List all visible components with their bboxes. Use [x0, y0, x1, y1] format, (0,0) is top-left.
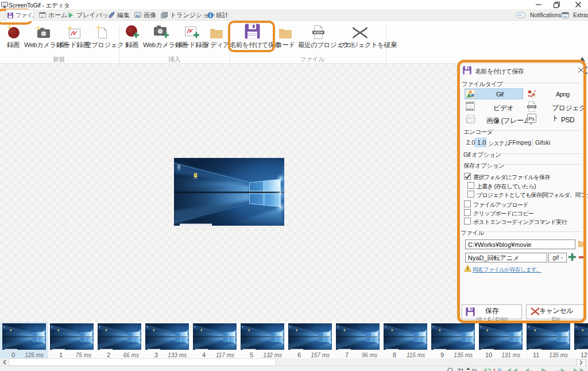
- svg-text:Ps: Ps: [528, 116, 535, 122]
